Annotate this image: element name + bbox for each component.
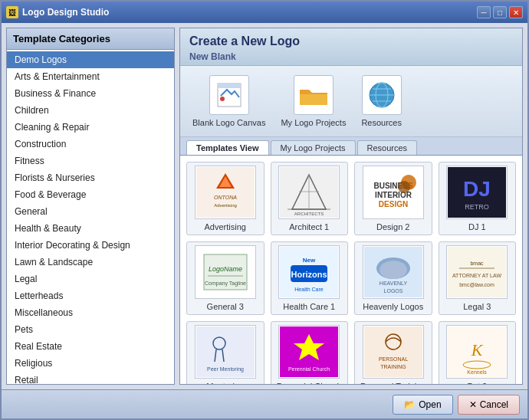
open-icon: 📂 xyxy=(404,399,416,410)
template-thumbnail: ONTONAAdvertising xyxy=(195,166,256,219)
category-item[interactable]: Food & Beverage xyxy=(7,186,174,203)
title-bar-left: 🖼 Logo Design Studio xyxy=(6,6,109,18)
template-thumbnail: HEAVENLYLOGOS xyxy=(363,245,424,299)
template-item[interactable]: Perennial ChurchPerennial Church xyxy=(271,321,349,384)
svg-text:Horizons: Horizons xyxy=(291,270,327,279)
open-button[interactable]: 📂 Open xyxy=(393,395,452,415)
svg-text:ATTORNEY AT LAW: ATTORNEY AT LAW xyxy=(452,273,501,278)
template-name: Perennial Church xyxy=(277,382,342,384)
svg-text:DESIGN: DESIGN xyxy=(379,200,408,208)
category-item[interactable]: Interior Decorating & Design xyxy=(7,237,174,254)
category-item[interactable]: Fitness xyxy=(7,153,174,169)
template-name: Personal Training 1 xyxy=(358,382,429,384)
template-item[interactable]: KKennelsPet 2 xyxy=(439,321,517,384)
category-item[interactable]: Lawn & Landscape xyxy=(7,254,174,271)
template-name: Legal 3 xyxy=(463,302,491,311)
template-item[interactable]: PERSONALTRAININGPersonal Training 1 xyxy=(354,321,432,384)
templates-grid-container: ONTONAAdvertisingAdvertisingARCHITECTSAr… xyxy=(180,156,522,384)
svg-point-24 xyxy=(398,181,410,193)
svg-point-40 xyxy=(380,261,407,279)
category-item[interactable]: Retail xyxy=(7,372,174,384)
cancel-button[interactable]: ✕ Cancel xyxy=(458,395,520,415)
svg-text:PERSONAL: PERSONAL xyxy=(379,356,408,362)
template-item[interactable]: Peer MentoringMentoring xyxy=(186,321,264,384)
globe-svg xyxy=(366,79,398,111)
category-item[interactable]: Religious xyxy=(7,355,174,372)
window-title: Logo Design Studio xyxy=(22,7,109,18)
svg-text:Kennels: Kennels xyxy=(468,369,488,375)
template-thumbnail: Peer Mentoring xyxy=(195,325,256,379)
blank-canvas-label: Blank Logo Canvas xyxy=(192,118,265,127)
template-name: Architect 1 xyxy=(289,222,329,231)
category-item[interactable]: Miscellaneous xyxy=(7,304,174,321)
category-item[interactable]: Letterheads xyxy=(7,287,174,304)
blank-canvas-item[interactable]: Blank Logo Canvas xyxy=(189,72,268,130)
category-item[interactable]: Construction xyxy=(7,136,174,153)
main-window: 🖼 Logo Design Studio ─ □ ✕ Template Cate… xyxy=(0,0,529,420)
template-item[interactable]: bmacATTORNEY AT LAWbmc@law.comLegal 3 xyxy=(439,241,517,315)
category-item[interactable]: Florists & Nurseries xyxy=(7,169,174,186)
template-name: Design 2 xyxy=(376,222,409,231)
template-item[interactable]: DJRETRODJ 1 xyxy=(439,162,517,235)
template-thumbnail: KKennels xyxy=(446,325,508,379)
svg-text:bmac: bmac xyxy=(471,261,485,266)
template-thumbnail: ARCHITECTS xyxy=(278,166,340,219)
svg-text:RETRO: RETRO xyxy=(465,203,490,211)
tab-resources[interactable]: Resources xyxy=(357,140,418,155)
template-name: Advertising xyxy=(205,222,246,231)
tab-templates-view[interactable]: Templates View xyxy=(186,140,269,155)
svg-text:ARCHITECTS: ARCHITECTS xyxy=(294,212,324,216)
category-item[interactable]: Legal xyxy=(7,271,174,287)
category-item[interactable]: Real Estate xyxy=(7,338,174,355)
template-name: Mentoring xyxy=(206,382,244,384)
cancel-label: Cancel xyxy=(480,399,508,410)
svg-text:bmc@law.com: bmc@law.com xyxy=(459,282,495,287)
tab-my-logo-projects[interactable]: My Logo Projects xyxy=(271,140,356,155)
category-item[interactable]: Children xyxy=(7,102,174,119)
right-panel: Create a New Logo New Blank Blank xyxy=(179,28,523,385)
title-bar: 🖼 Logo Design Studio ─ □ ✕ xyxy=(2,2,527,23)
new-blank-subtitle: New Blank xyxy=(189,51,513,62)
svg-text:TRAINING: TRAINING xyxy=(380,364,406,369)
minimize-button[interactable]: ─ xyxy=(477,6,491,18)
template-item[interactable]: BUSINESSINTERIORDESIGNDesign 2 xyxy=(354,162,432,235)
my-logo-projects-item[interactable]: My Logo Projects xyxy=(278,72,349,130)
svg-point-2 xyxy=(220,97,225,101)
main-content: Template Categories Demo LogosArts & Ent… xyxy=(2,23,527,389)
resources-item[interactable]: Resources xyxy=(358,72,405,130)
template-item[interactable]: ARCHITECTSArchitect 1 xyxy=(271,162,349,235)
panel-title: Create a New Logo xyxy=(189,34,513,48)
svg-text:Perennial Church: Perennial Church xyxy=(288,366,330,372)
template-item[interactable]: HEAVENLYLOGOSHeavenly Logos xyxy=(354,241,432,315)
svg-text:LOGOS: LOGOS xyxy=(383,288,402,294)
new-blank-section: Blank Logo Canvas My Logo Projects xyxy=(180,66,522,137)
title-buttons: ─ □ ✕ xyxy=(477,6,523,18)
category-list: Demo LogosArts & EntertainmentBusiness &… xyxy=(7,50,174,384)
app-icon: 🖼 xyxy=(6,6,18,18)
resources-label: Resources xyxy=(361,118,402,127)
template-item[interactable]: ONTONAAdvertisingAdvertising xyxy=(186,162,264,235)
category-item[interactable]: Health & Beauty xyxy=(7,220,174,237)
category-item[interactable]: Cleaning & Repair xyxy=(7,119,174,136)
restore-button[interactable]: □ xyxy=(493,6,507,18)
category-item[interactable]: Demo Logos xyxy=(7,51,174,68)
bottom-bar: 📂 Open ✕ Cancel xyxy=(2,389,527,418)
template-thumbnail: DJRETRO xyxy=(446,166,508,219)
template-name: DJ 1 xyxy=(468,222,486,231)
template-item[interactable]: NewHorizonsHealth CareHealth Care 1 xyxy=(271,241,349,315)
template-thumbnail: NewHorizonsHealth Care xyxy=(278,245,340,299)
svg-text:Company Tagline: Company Tagline xyxy=(205,281,246,287)
svg-text:New: New xyxy=(303,257,316,264)
category-item[interactable]: Pets xyxy=(7,321,174,338)
close-button[interactable]: ✕ xyxy=(509,6,523,18)
canvas-svg xyxy=(215,80,244,110)
cancel-icon: ✕ xyxy=(469,399,477,410)
category-item[interactable]: Arts & Entertainment xyxy=(7,68,174,85)
category-item[interactable]: Business & Finance xyxy=(7,85,174,102)
template-item[interactable]: LogoNameCompany TaglineGeneral 3 xyxy=(186,241,264,315)
template-name: Heavenly Logos xyxy=(363,302,423,311)
tabs-bar: Templates ViewMy Logo ProjectsResources xyxy=(180,137,522,156)
right-header: Create a New Logo New Blank xyxy=(180,28,522,66)
category-item[interactable]: General xyxy=(7,203,174,220)
svg-text:Peer Mentoring: Peer Mentoring xyxy=(207,366,244,372)
